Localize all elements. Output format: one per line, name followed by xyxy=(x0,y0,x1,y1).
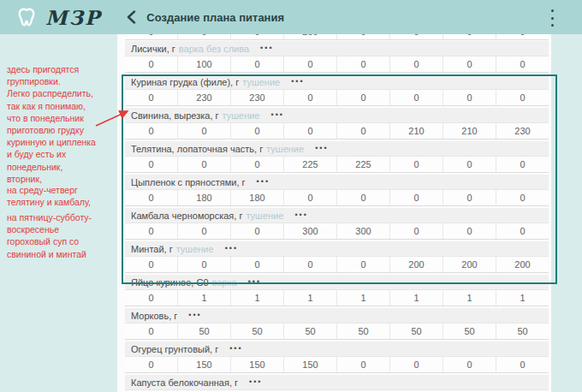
value-cell[interactable]: 180 xyxy=(231,190,284,205)
value-cell[interactable]: 0 xyxy=(337,357,390,372)
value-cell[interactable]: 0 xyxy=(390,56,443,72)
value-cell[interactable]: 0 xyxy=(443,190,496,205)
value-cell[interactable]: 180 xyxy=(178,190,231,205)
value-cell[interactable]: 210 xyxy=(390,123,443,139)
row-menu-icon[interactable]: ••• xyxy=(271,111,284,119)
row-menu-icon[interactable]: ••• xyxy=(257,178,270,186)
value-cell[interactable]: 0 xyxy=(125,357,178,372)
value-cell[interactable]: 50 xyxy=(337,324,390,339)
row-menu-icon[interactable]: ••• xyxy=(294,211,307,219)
value-cell[interactable]: 0 xyxy=(178,223,231,239)
value-cell[interactable]: 1 xyxy=(390,290,443,306)
value-cell[interactable]: 0 xyxy=(125,157,178,172)
value-cell[interactable]: 0 xyxy=(390,157,443,172)
value-cell[interactable]: 0 xyxy=(125,190,178,205)
row-menu-icon[interactable]: ••• xyxy=(315,145,328,152)
value-cell[interactable]: 0 xyxy=(390,34,443,39)
item-name-row[interactable]: Капуста белокочанная, г••• xyxy=(125,375,549,390)
value-cell[interactable]: 0 xyxy=(125,223,178,239)
value-cell[interactable]: 300 xyxy=(284,223,337,239)
value-cell[interactable]: 1 xyxy=(231,290,284,306)
value-cell[interactable]: 1 xyxy=(178,290,231,306)
value-cell[interactable]: 0 xyxy=(337,257,390,272)
value-cell[interactable]: 50 xyxy=(443,324,496,339)
value-cell[interactable]: 150 xyxy=(284,357,337,372)
value-cell[interactable]: 0 xyxy=(337,123,390,139)
item-name-row[interactable]: Лисички, гварка без слива••• xyxy=(125,41,549,56)
app-logo[interactable]: МЗР xyxy=(15,6,101,28)
value-cell[interactable]: 150 xyxy=(231,357,284,372)
item-name-row[interactable]: Яйцо куриное, С0варка••• xyxy=(125,275,549,290)
value-cell[interactable]: 230 xyxy=(178,90,231,105)
value-cell[interactable]: 0 xyxy=(231,56,284,72)
value-cell[interactable]: 0 xyxy=(178,257,231,272)
item-name-row[interactable]: Куриная грудка (филе), гтушение••• xyxy=(125,74,549,90)
item-name-row[interactable]: Камбала черноморская, гтушение••• xyxy=(125,208,549,223)
value-cell[interactable]: 0 xyxy=(496,34,549,39)
value-cell[interactable]: 0 xyxy=(443,223,496,239)
value-cell[interactable]: 0 xyxy=(443,357,496,372)
value-cell[interactable]: 0 xyxy=(231,123,284,139)
row-menu-icon[interactable]: ••• xyxy=(249,378,262,386)
row-menu-icon[interactable]: ••• xyxy=(229,345,242,353)
value-cell[interactable]: 0 xyxy=(390,90,443,105)
value-cell[interactable]: 0 xyxy=(284,90,337,105)
row-menu-icon[interactable]: ••• xyxy=(291,78,304,86)
value-cell[interactable]: 0 xyxy=(443,157,496,172)
row-menu-icon[interactable]: ••• xyxy=(248,278,261,286)
value-cell[interactable]: 0 xyxy=(390,357,443,372)
value-cell[interactable]: 210 xyxy=(443,123,496,139)
value-cell[interactable]: 1 xyxy=(284,290,337,306)
value-cell[interactable]: 0 xyxy=(178,123,231,139)
value-cell[interactable]: 0 xyxy=(284,56,337,72)
value-cell[interactable]: 200 xyxy=(443,257,496,272)
value-cell[interactable]: 50 xyxy=(231,324,284,339)
value-cell[interactable]: 0 xyxy=(496,56,549,72)
row-menu-icon[interactable]: ••• xyxy=(225,245,238,252)
row-menu-icon[interactable]: ••• xyxy=(188,312,201,319)
value-cell[interactable]: 0 xyxy=(337,190,390,205)
value-cell[interactable]: 0 xyxy=(231,157,284,172)
value-cell[interactable]: 1 xyxy=(496,290,549,306)
value-cell[interactable]: 300 xyxy=(337,223,390,239)
item-name-row[interactable]: Огурец грунтовый, г••• xyxy=(125,342,549,357)
value-cell[interactable]: 0 xyxy=(337,34,390,39)
value-cell[interactable]: 0 xyxy=(178,157,231,172)
value-cell[interactable]: 0 xyxy=(231,223,284,239)
value-cell[interactable]: 200 xyxy=(284,34,337,39)
value-cell[interactable]: 0 xyxy=(125,257,178,272)
value-cell[interactable]: 50 xyxy=(390,324,443,339)
value-cell[interactable]: 1 xyxy=(443,290,496,306)
value-cell[interactable]: 200 xyxy=(390,257,443,272)
value-cell[interactable]: 150 xyxy=(178,357,231,372)
value-cell[interactable]: 225 xyxy=(284,157,337,172)
value-cell[interactable]: 0 xyxy=(231,257,284,272)
value-cell[interactable]: 0 xyxy=(496,223,549,239)
value-cell[interactable]: 0 xyxy=(178,34,231,39)
value-cell[interactable]: 0 xyxy=(125,290,178,306)
value-cell[interactable]: 0 xyxy=(443,90,496,105)
value-cell[interactable]: 50 xyxy=(178,324,231,339)
value-cell[interactable]: 0 xyxy=(125,34,178,39)
value-cell[interactable]: 0 xyxy=(284,257,337,272)
value-cell[interactable]: 0 xyxy=(284,123,337,139)
value-cell[interactable]: 0 xyxy=(390,190,443,205)
item-name-row[interactable]: Морковь, г••• xyxy=(125,308,549,324)
value-cell[interactable]: 100 xyxy=(178,56,231,72)
row-menu-icon[interactable]: ••• xyxy=(260,45,273,52)
value-cell[interactable]: 50 xyxy=(284,324,337,339)
value-cell[interactable]: 0 xyxy=(443,56,496,72)
item-name-row[interactable]: Цыпленок с пряностями, г••• xyxy=(125,175,549,190)
value-cell[interactable]: 1 xyxy=(337,290,390,306)
value-cell[interactable]: 0 xyxy=(125,324,178,339)
item-name-row[interactable]: Минтай, гтушение••• xyxy=(125,241,549,257)
value-cell[interactable]: 0 xyxy=(443,34,496,39)
value-cell[interactable]: 225 xyxy=(337,157,390,172)
value-cell[interactable]: 0 xyxy=(337,90,390,105)
value-cell[interactable]: 0 xyxy=(496,157,549,172)
kebab-menu-icon[interactable] xyxy=(549,9,555,27)
value-cell[interactable]: 0 xyxy=(496,357,549,372)
value-cell[interactable]: 0 xyxy=(390,223,443,239)
value-cell[interactable]: 200 xyxy=(496,257,549,272)
value-cell[interactable]: 230 xyxy=(496,123,549,139)
